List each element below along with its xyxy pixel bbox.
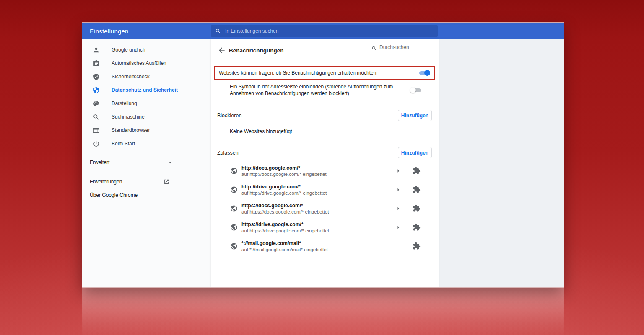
search-icon	[215, 28, 221, 34]
page-search[interactable]	[371, 44, 432, 53]
quiet-setting-label: Ein Symbol in der Adressleiste einblende…	[230, 83, 402, 97]
allowed-sites-list: http://docs.google.com/* auf http://docs…	[211, 161, 439, 255]
site-detail: auf *://mail.google.com/mail* eingebette…	[242, 247, 380, 252]
sidebar-item-label: Automatisches Ausfüllen	[112, 60, 166, 66]
site-url: http://docs.google.com/*	[242, 165, 380, 171]
sidebar-item-label: Über Google Chrome	[90, 192, 138, 198]
extension-puzzle-icon[interactable]	[413, 242, 421, 250]
row-divider	[408, 165, 408, 177]
row-divider	[408, 221, 408, 234]
globe-icon	[230, 224, 238, 231]
power-icon	[93, 140, 100, 147]
site-url: *://mail.google.com/mail*	[242, 240, 380, 246]
page-title: Benachrichtigungen	[229, 47, 284, 54]
advanced-label: Erweitert	[90, 160, 109, 165]
notifications-toggle[interactable]	[419, 70, 430, 76]
expand-arrow-icon[interactable]	[395, 205, 402, 212]
site-row: https://docs.google.com/* auf https://do…	[211, 199, 439, 218]
extension-puzzle-icon[interactable]	[413, 204, 421, 212]
allow-section-title: Zulassen	[217, 150, 398, 156]
sidebar-item-appearance[interactable]: Darstellung	[82, 97, 211, 110]
site-detail: auf http://docs.google.com/* eingebettet	[242, 172, 380, 177]
browser-icon	[93, 127, 100, 134]
extension-puzzle-icon[interactable]	[413, 223, 421, 231]
settings-search-input[interactable]	[225, 28, 434, 34]
sidebar-item-label: Erweiterungen	[90, 179, 122, 185]
sidebar-item-on-startup[interactable]: Beim Start	[82, 137, 211, 150]
quiet-messaging-setting: Ein Symbol in der Adressleiste einblende…	[211, 83, 439, 97]
site-url: https://docs.google.com/*	[242, 203, 380, 209]
extension-puzzle-icon[interactable]	[413, 186, 421, 193]
search-icon	[93, 113, 100, 121]
sidebar-item-label: Beim Start	[112, 141, 135, 147]
block-section-header: Blockieren Hinzufügen	[211, 110, 439, 121]
site-url: http://drive.google.com/*	[242, 184, 380, 190]
settings-header: Einstellungen	[82, 23, 564, 39]
sidebar-item-label: Datenschutz und Sicherheit	[112, 87, 178, 93]
window-reflection	[82, 288, 564, 335]
search-icon	[371, 46, 377, 51]
site-detail: auf https://drive.google.com/* eingebett…	[242, 228, 380, 233]
sidebar-item-default-browser[interactable]: Standardbrowser	[82, 124, 211, 137]
site-detail: auf https://docs.google.com/* eingebette…	[242, 209, 380, 214]
globe-icon	[230, 242, 238, 250]
back-arrow-icon	[218, 46, 226, 54]
expand-arrow-icon[interactable]	[395, 186, 402, 193]
sidebar-divider	[82, 172, 166, 172]
allow-section-header: Zulassen Hinzufügen	[211, 147, 439, 158]
row-divider	[408, 183, 408, 196]
main-setting-label: Websites können fragen, ob Sie Benachric…	[219, 70, 419, 76]
site-url: https://drive.google.com/*	[242, 222, 380, 227]
sidebar-item-safety-check[interactable]: Sicherheitscheck	[82, 70, 211, 83]
sidebar-item-about-chrome[interactable]: Über Google Chrome	[82, 188, 211, 202]
expand-arrow-icon[interactable]	[395, 167, 402, 175]
settings-content: Benachrichtigungen Websites können frage…	[211, 39, 439, 287]
security-check-icon	[93, 73, 100, 80]
person-icon	[93, 46, 100, 54]
sidebar-advanced-toggle[interactable]: Erweitert	[82, 156, 211, 169]
sidebar-item-google-und-ich[interactable]: Google und ich	[82, 43, 211, 57]
sidebar-item-label: Darstellung	[112, 100, 137, 106]
content-background	[439, 39, 564, 287]
block-empty-text: Keine Websites hinzugefügt	[230, 129, 292, 134]
autofill-icon	[93, 60, 100, 67]
notifications-main-setting: Websites können fragen, ob Sie Benachric…	[214, 66, 435, 80]
site-detail: auf http://drive.google.com/* eingebette…	[242, 191, 380, 196]
site-row: http://drive.google.com/* auf http://dri…	[211, 180, 439, 199]
extension-puzzle-icon[interactable]	[413, 167, 421, 175]
open-in-new-icon	[164, 179, 169, 185]
chrome-settings-window: Einstellungen Google und ich Automatisch…	[82, 23, 564, 287]
back-button[interactable]	[218, 46, 226, 54]
palette-icon	[93, 100, 100, 107]
sidebar-item-label: Google und ich	[112, 47, 145, 53]
site-row: https://drive.google.com/* auf https://d…	[211, 218, 439, 237]
globe-icon	[230, 186, 238, 193]
allow-add-button[interactable]: Hinzufügen	[398, 147, 432, 158]
sidebar-item-autofill[interactable]: Automatisches Ausfüllen	[82, 57, 211, 70]
site-row: http://docs.google.com/* auf http://docs…	[211, 161, 439, 180]
block-section-title: Blockieren	[217, 113, 398, 119]
chevron-down-icon	[166, 159, 174, 166]
sidebar-item-privacy-security[interactable]: Datenschutz und Sicherheit	[82, 83, 211, 97]
sidebar-item-extensions[interactable]: Erweiterungen	[82, 175, 211, 188]
search-underline	[379, 53, 432, 53]
site-row: *://mail.google.com/mail* auf *://mail.g…	[211, 237, 439, 255]
sidebar-item-label: Standardbrowser	[112, 127, 150, 133]
globe-icon	[230, 167, 238, 175]
page-search-input[interactable]	[379, 44, 429, 53]
block-add-button[interactable]: Hinzufügen	[398, 110, 432, 121]
privacy-shield-icon	[93, 87, 100, 94]
settings-search-box[interactable]	[211, 25, 438, 37]
sidebar-item-label: Suchmaschine	[112, 114, 145, 120]
expand-arrow-icon[interactable]	[395, 224, 402, 231]
row-divider	[408, 202, 408, 215]
sidebar-item-label: Sicherheitscheck	[112, 74, 150, 80]
settings-sidebar: Google und ich Automatisches Ausfüllen S…	[82, 39, 211, 287]
app-title: Einstellungen	[90, 27, 129, 34]
quiet-messaging-toggle[interactable]	[410, 87, 421, 93]
sidebar-item-search-engine[interactable]: Suchmaschine	[82, 110, 211, 124]
globe-icon	[230, 205, 238, 212]
